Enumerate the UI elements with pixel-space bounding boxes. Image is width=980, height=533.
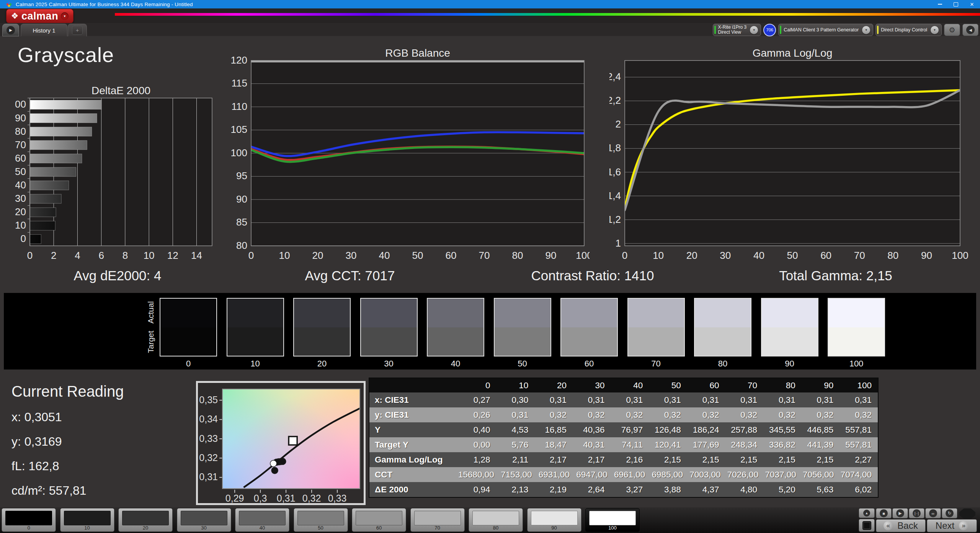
table-row: CCT15680,007153,006931,006947,006961,006… xyxy=(369,467,878,482)
next-button[interactable]: Next » xyxy=(927,519,977,532)
table-cell: 2,15 xyxy=(649,452,687,467)
table-cell: 0,27 xyxy=(458,392,497,407)
svg-text:30: 30 xyxy=(15,193,26,204)
table-cell: 0,31 xyxy=(687,392,725,407)
swatch-level-label: 60 xyxy=(560,359,618,369)
pattern-up-button[interactable]: ▲ xyxy=(859,508,875,518)
svg-text:20: 20 xyxy=(15,206,26,217)
table-cell: 6985,00 xyxy=(651,467,689,482)
table-cell: 2,15 xyxy=(725,452,763,467)
table-cell: 0,31 xyxy=(573,392,611,407)
table-cell: 0,32 xyxy=(840,407,878,422)
swatch-level-label: 100 xyxy=(828,359,885,369)
table-cell: 0,32 xyxy=(534,407,573,422)
table-row: Gamma Log/Log1,282,112,172,172,162,152,1… xyxy=(369,452,878,467)
close-button[interactable]: ✕ xyxy=(964,0,980,8)
svg-text:RGB Balance: RGB Balance xyxy=(385,49,450,59)
table-cell: 0,32 xyxy=(687,407,725,422)
stop-icon xyxy=(863,522,871,529)
meter-line2: Direct View xyxy=(718,30,747,35)
pattern-button-100[interactable]: 100 xyxy=(585,508,640,532)
swatch-level-label: 30 xyxy=(360,359,418,369)
svg-text:0: 0 xyxy=(27,250,33,261)
swatch-level-label: 10 xyxy=(227,359,284,369)
display-control-dropdown[interactable]: Direct Display Control ▼ xyxy=(875,24,942,36)
source-dropdown[interactable]: CalMAN Client 3 Pattern Generator ▼ xyxy=(778,24,873,36)
svg-text:2,4: 2,4 xyxy=(609,71,621,82)
table-cell: 4,80 xyxy=(725,482,763,497)
transport-stop-button[interactable]: ■ xyxy=(876,508,892,518)
table-column-header: 70 xyxy=(725,378,763,392)
svg-text:10: 10 xyxy=(653,250,664,261)
grayscale-swatch-30 xyxy=(360,298,418,356)
table-cell: 2,16 xyxy=(611,452,649,467)
svg-text:10: 10 xyxy=(15,219,26,231)
pattern-button-20[interactable]: 20 xyxy=(118,508,173,532)
pattern-button-90[interactable]: 90 xyxy=(527,508,581,532)
svg-text:105: 105 xyxy=(231,124,247,135)
pattern-button-50[interactable]: 50 xyxy=(294,508,348,532)
tab-history-1[interactable]: History 1 xyxy=(21,24,67,36)
gear-icon: ⚙ xyxy=(949,26,955,34)
minimize-button[interactable] xyxy=(932,0,948,8)
table-cell: 0,26 xyxy=(458,407,497,422)
table-cell: 15680,00 xyxy=(458,467,500,482)
table-cell: 7026,00 xyxy=(727,467,765,482)
transport-range-button[interactable]: [··] xyxy=(909,508,924,518)
table-column-header: 100 xyxy=(840,378,878,392)
svg-text:0,32: 0,32 xyxy=(302,493,321,503)
table-cell: 0,94 xyxy=(458,482,497,497)
table-cell: 557,81 xyxy=(840,422,878,437)
meter-dropdown[interactable]: X-Rite i1Pro 3 Direct View ▼ xyxy=(713,24,761,36)
svg-text:30: 30 xyxy=(346,250,357,261)
table-column-header: 10 xyxy=(497,378,535,392)
pattern-button-30[interactable]: 30 xyxy=(177,508,231,532)
table-cell: 336,82 xyxy=(763,437,802,452)
deltae-2000-chart: 024681012141009080706050403020100DeltaE … xyxy=(15,87,214,262)
pattern-button-40[interactable]: 40 xyxy=(235,508,289,532)
table-cell: 2,27 xyxy=(840,452,878,467)
add-tab-button[interactable]: + xyxy=(68,24,87,36)
table-cell: 3,88 xyxy=(649,482,687,497)
calman-menu-button[interactable]: ❖ calman ▼ xyxy=(6,9,74,23)
back-button[interactable]: « Back xyxy=(876,519,926,532)
transport-refresh-button[interactable]: ↻ xyxy=(942,508,957,518)
meter-badge[interactable]: 706 xyxy=(763,24,776,36)
pattern-button-10[interactable]: 10 xyxy=(60,508,114,532)
collapse-toolbar-button[interactable]: ◀ xyxy=(962,24,978,36)
table-column-header: 90 xyxy=(802,378,840,392)
pattern-button-60[interactable]: 60 xyxy=(352,508,406,532)
table-cell: 0,32 xyxy=(649,407,687,422)
pattern-button-80[interactable]: 80 xyxy=(469,508,523,532)
table-cell: 0,40 xyxy=(458,422,497,437)
grayscale-swatch-0 xyxy=(160,298,217,356)
svg-text:20: 20 xyxy=(312,250,323,261)
svg-text:0,29: 0,29 xyxy=(225,493,244,503)
table-cell: 446,85 xyxy=(802,422,840,437)
settings-button[interactable]: ⚙ xyxy=(944,24,960,36)
transport-play-button[interactable]: ▶ xyxy=(892,508,908,518)
maximize-button[interactable] xyxy=(948,0,964,8)
chevron-down-icon: ▼ xyxy=(750,26,758,34)
table-cell: 2,15 xyxy=(802,452,840,467)
table-cell: 76,97 xyxy=(611,422,649,437)
grayscale-swatch-100 xyxy=(828,298,885,356)
play-icon: ▶ xyxy=(7,26,15,34)
stop-icon: ■ xyxy=(880,509,888,517)
table-cell: 6931,00 xyxy=(538,467,576,482)
menu-caret-icon: ▼ xyxy=(61,12,69,20)
pattern-stop-button[interactable] xyxy=(859,519,875,532)
svg-text:80: 80 xyxy=(15,126,26,137)
table-cell: 248,34 xyxy=(725,437,763,452)
table-cell: 0,32 xyxy=(802,407,840,422)
table-header-row: 0102030405060708090100 xyxy=(369,378,878,392)
rainbow-divider xyxy=(115,13,980,16)
table-row: ΔE 20000,942,132,192,643,273,884,374,805… xyxy=(369,482,878,497)
transport-loop-button[interactable]: ∞ xyxy=(925,508,941,518)
tab-scroll-button[interactable]: ▶ xyxy=(2,24,19,36)
pattern-button-70[interactable]: 70 xyxy=(410,508,465,532)
table-column-header: 0 xyxy=(458,378,497,392)
hardware-toolbar: X-Rite i1Pro 3 Direct View ▼ 706 CalMAN … xyxy=(713,24,979,36)
pattern-button-0[interactable]: 0 xyxy=(2,508,56,532)
calman-logo-label: calman xyxy=(21,10,58,22)
